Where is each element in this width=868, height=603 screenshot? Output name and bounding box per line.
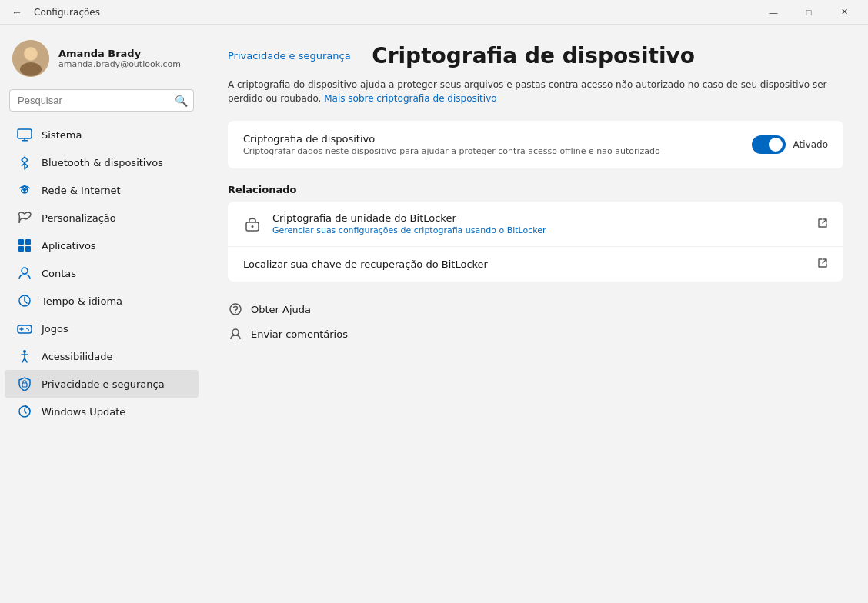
svg-line-23 xyxy=(22,358,25,362)
aplicativos-icon xyxy=(17,238,32,253)
windows-update-icon xyxy=(17,404,32,419)
user-email: amanda.brady@outlook.com xyxy=(58,59,181,69)
external-link-icon-2 xyxy=(817,258,828,271)
obter-ajuda-item[interactable]: Obter Ajuda xyxy=(228,297,843,321)
svg-point-31 xyxy=(232,329,239,335)
user-info: Amanda Brady amanda.brady@outlook.com xyxy=(58,48,181,69)
svg-rect-11 xyxy=(18,246,24,252)
svg-rect-25 xyxy=(22,383,27,387)
breadcrumb[interactable]: Privacidade e segurança xyxy=(228,50,351,62)
page-header: Privacidade e segurança Criptografia de … xyxy=(228,43,843,68)
help-section: Obter Ajuda Enviar comentários xyxy=(228,297,843,346)
sidebar-item-label: Sistema xyxy=(42,129,82,141)
device-encryption-toggle-area: Ativado xyxy=(752,135,828,154)
sidebar-item-label: Bluetooth & dispositivos xyxy=(42,157,163,168)
help-icon xyxy=(228,302,243,317)
close-button[interactable]: ✕ xyxy=(826,0,862,25)
svg-rect-10 xyxy=(25,239,31,245)
content-area: Privacidade e segurança Criptografia de … xyxy=(203,25,868,603)
svg-point-28 xyxy=(252,225,254,228)
sidebar-item-label: Personalização xyxy=(42,212,116,224)
description-link[interactable]: Mais sobre criptografia de dispositivo xyxy=(324,93,496,104)
sidebar-item-label: Privacidade e segurança xyxy=(42,378,165,390)
bitlocker-icon xyxy=(243,215,262,233)
jogos-icon xyxy=(17,321,32,336)
svg-point-13 xyxy=(22,268,28,274)
svg-point-30 xyxy=(235,312,236,314)
external-link-icon xyxy=(817,218,828,231)
avatar xyxy=(12,40,49,77)
sidebar-item-label: Jogos xyxy=(42,323,68,335)
tempo-icon xyxy=(17,293,32,308)
nav-list: Sistema Bluetooth & dispositivos Rede & … xyxy=(0,121,203,425)
device-encryption-row: Criptografia de dispositivo Criptografar… xyxy=(228,121,843,168)
svg-rect-9 xyxy=(18,239,24,245)
obter-ajuda-label: Obter Ajuda xyxy=(251,304,311,315)
sidebar-item-windows-update[interactable]: Windows Update xyxy=(5,398,199,425)
recovery-key-title: Localizar sua chave de recuperação do Bi… xyxy=(243,258,488,270)
svg-line-24 xyxy=(25,358,27,362)
svg-point-3 xyxy=(25,48,37,60)
device-encryption-title: Criptografia de dispositivo xyxy=(243,133,660,145)
description-text: A criptografia do dispositivo ajuda a pr… xyxy=(228,78,843,105)
privacidade-icon xyxy=(17,376,32,391)
sidebar-item-bluetooth[interactable]: Bluetooth & dispositivos xyxy=(5,148,199,176)
back-button[interactable]: ← xyxy=(6,2,28,23)
search-input[interactable] xyxy=(9,89,194,112)
sidebar: Amanda Brady amanda.brady@outlook.com 🔍 … xyxy=(0,25,203,603)
svg-point-2 xyxy=(20,62,42,76)
recovery-key-left: Localizar sua chave de recuperação do Bi… xyxy=(243,258,488,270)
svg-rect-5 xyxy=(22,140,28,142)
sidebar-item-acessibilidade[interactable]: Acessibilidade xyxy=(5,342,199,370)
svg-rect-12 xyxy=(25,246,31,252)
personalizacao-icon xyxy=(17,210,32,225)
contas-icon xyxy=(17,265,32,281)
acessibilidade-icon xyxy=(17,348,32,364)
sidebar-item-personalizacao[interactable]: Personalização xyxy=(5,204,199,232)
svg-point-19 xyxy=(28,329,29,331)
user-section: Amanda Brady amanda.brady@outlook.com xyxy=(0,34,203,89)
title-bar: ← Configurações — □ ✕ xyxy=(0,0,868,25)
window-controls: — □ ✕ xyxy=(756,0,862,25)
recovery-key-row[interactable]: Localizar sua chave de recuperação do Bi… xyxy=(228,247,843,282)
sidebar-item-rede[interactable]: Rede & Internet xyxy=(5,176,199,204)
sidebar-item-label: Aplicativos xyxy=(42,240,96,252)
user-name: Amanda Brady xyxy=(58,48,181,59)
bitlocker-title: Criptografia de unidade do BitLocker xyxy=(272,212,546,224)
enviar-comentarios-label: Enviar comentários xyxy=(251,328,348,340)
sidebar-item-jogos[interactable]: Jogos xyxy=(5,315,199,342)
description-content: A criptografia do dispositivo ajuda a pr… xyxy=(228,79,826,104)
breadcrumb-separator xyxy=(354,43,369,68)
recovery-key-info: Localizar sua chave de recuperação do Bi… xyxy=(243,258,488,270)
svg-point-18 xyxy=(26,328,28,329)
maximize-button[interactable]: □ xyxy=(791,0,826,25)
related-cards: Criptografia de unidade do BitLocker Ger… xyxy=(228,202,843,282)
rede-icon xyxy=(17,182,32,198)
search-box: 🔍 xyxy=(9,89,194,112)
sidebar-item-sistema[interactable]: Sistema xyxy=(5,121,199,148)
minimize-button[interactable]: — xyxy=(756,0,791,25)
bluetooth-icon xyxy=(17,155,32,170)
sidebar-item-privacidade[interactable]: Privacidade e segurança xyxy=(5,370,199,398)
sidebar-item-aplicativos[interactable]: Aplicativos xyxy=(5,232,199,259)
device-encryption-card: Criptografia de dispositivo Criptografar… xyxy=(228,121,843,168)
svg-rect-4 xyxy=(18,129,32,138)
device-encryption-subtitle: Criptografar dados neste dispositivo par… xyxy=(243,146,660,156)
sidebar-item-tempo[interactable]: Tempo & idioma xyxy=(5,287,199,315)
sidebar-item-label: Windows Update xyxy=(42,406,125,418)
sidebar-item-label: Rede & Internet xyxy=(42,185,121,196)
sidebar-item-contas[interactable]: Contas xyxy=(5,259,199,287)
toggle-label: Ativado xyxy=(793,139,828,150)
app-body: Amanda Brady amanda.brady@outlook.com 🔍 … xyxy=(0,25,868,603)
enviar-comentarios-item[interactable]: Enviar comentários xyxy=(228,321,843,346)
bitlocker-row-left: Criptografia de unidade do BitLocker Ger… xyxy=(243,212,546,235)
device-encryption-info: Criptografia de dispositivo Criptografar… xyxy=(243,133,660,156)
page-title: Criptografia de dispositivo xyxy=(372,43,695,68)
bitlocker-row[interactable]: Criptografia de unidade do BitLocker Ger… xyxy=(228,202,843,247)
device-encryption-toggle[interactable] xyxy=(752,135,786,154)
app-title: Configurações xyxy=(34,7,100,18)
bitlocker-info: Criptografia de unidade do BitLocker Ger… xyxy=(272,212,546,235)
bitlocker-subtitle: Gerenciar suas configurações de criptogr… xyxy=(272,225,546,235)
feedback-icon xyxy=(228,326,243,341)
sidebar-item-label: Acessibilidade xyxy=(42,351,113,362)
